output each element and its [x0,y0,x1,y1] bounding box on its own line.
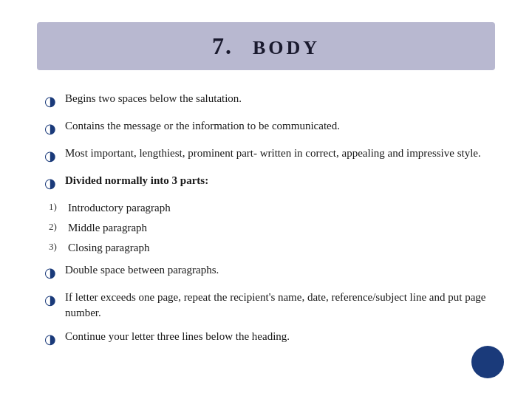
list-item: ◑ Begins two spaces below the salutation… [44,91,495,111]
circle-decoration [471,346,504,378]
slide-container: 7. BODY ◑ Begins two spaces below the sa… [0,0,532,399]
title-box: 7. BODY [37,22,495,70]
bullet-text: Contains the message or the information … [65,118,495,134]
list-item: ◑ Contains the message or the informatio… [44,118,495,138]
bullet-icon: ◑ [44,330,56,349]
numbered-text: Closing paragraph [68,240,495,256]
bullet-text: Most important, lengthiest, prominent pa… [65,146,495,162]
title-number: 7. [212,33,233,59]
bullet-icon: ◑ [44,146,56,166]
bullet-text: Double space between paragraphs. [65,262,495,279]
bullet-text: Begins two spaces below the salutation. [65,91,495,107]
bullet-text-bold: Divided normally into 3 parts: [65,173,495,189]
list-item: ◑ Divided normally into 3 parts: [44,173,495,193]
numbered-text: Introductory paragraph [68,200,495,216]
numbered-label: 1) [44,200,68,214]
numbered-item-3: 3) Closing paragraph [44,240,495,256]
bullet-icon: ◑ [44,119,56,138]
title-text: 7. BODY [212,35,320,58]
bullet-icon: ◑ [44,263,56,282]
numbered-list: 1) Introductory paragraph 2) Middle para… [44,200,495,256]
bullet-text: If letter exceeds one page, repeat the r… [65,290,495,322]
title-word: BODY [253,37,320,58]
numbered-label: 3) [44,240,68,254]
bullet-icon: ◑ [44,92,56,111]
numbered-label: 2) [44,220,68,234]
list-item: ◑ Most important, lengthiest, prominent … [44,146,495,166]
numbered-item-1: 1) Introductory paragraph [44,200,495,216]
numbered-item-2: 2) Middle paragraph [44,220,495,236]
content-area: ◑ Begins two spaces below the salutation… [37,91,495,349]
bullet-icon: ◑ [44,290,56,310]
numbered-text: Middle paragraph [68,220,495,236]
bullet-icon: ◑ [44,174,56,193]
list-item: ◑ If letter exceeds one page, repeat the… [44,290,495,322]
bullet-text: Continue your letter three lines below t… [65,329,495,345]
list-item: ◑ Continue your letter three lines below… [44,329,495,349]
list-item: ◑ Double space between paragraphs. [44,262,495,282]
